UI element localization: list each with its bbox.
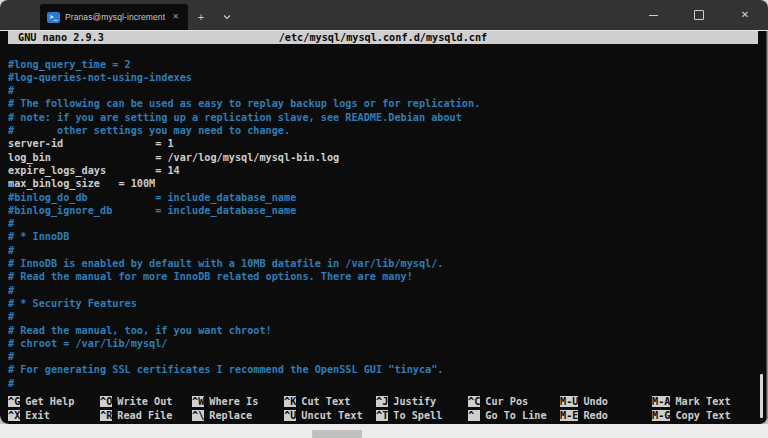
editor-line: #: [8, 350, 760, 363]
shortcut-key: M-U: [560, 396, 578, 407]
shortcut-label: Redo: [583, 410, 608, 421]
shortcut-key: ^J: [376, 396, 388, 407]
editor-line: max_binlog_size = 100M: [8, 177, 760, 190]
editor-line: #: [8, 244, 760, 257]
minimize-icon: [649, 15, 658, 16]
shortcut-item: ^RRead File: [100, 409, 192, 422]
shortcut-item: ^XExit: [8, 409, 100, 422]
nano-shortcut-bar: ^GGet Help^OWrite Out^WWhere Is^KCut Tex…: [8, 395, 760, 422]
shortcut-item: ^KCut Text: [284, 395, 376, 408]
shortcut-key: ^K: [284, 396, 296, 407]
tab-dropdown-button[interactable]: [214, 4, 240, 30]
tab-close-icon[interactable]: ✕: [170, 11, 181, 23]
shortcut-key: ^U: [284, 410, 296, 421]
tab-title: Pranas@mysql-incremental-1: /: [65, 12, 165, 22]
close-button[interactable]: ✕: [722, 0, 768, 30]
shortcut-label: Undo: [583, 396, 608, 407]
chevron-down-icon: [222, 12, 232, 22]
terminal-window: >_ Pranas@mysql-incremental-1: / ✕ + ✕ G…: [0, 0, 768, 424]
shortcut-label: Cur Pos: [485, 396, 528, 407]
shortcut-key: ^_: [468, 410, 480, 421]
shortcut-item: ^OWrite Out: [100, 395, 192, 408]
scrollbar-thumb[interactable]: [760, 374, 763, 418]
shortcut-key: M-A: [652, 396, 670, 407]
shortcut-key: ^O: [100, 396, 112, 407]
shortcut-label: Where Is: [209, 396, 258, 407]
editor-lines[interactable]: #long_query_time = 2#log-queries-not-usi…: [0, 44, 768, 390]
shortcut-item: M-UUndo: [560, 395, 652, 408]
editor-line: #log-queries-not-using-indexes: [8, 71, 760, 84]
terminal-pane[interactable]: GNU nano 2.9.3 /etc/mysql/mysql.conf.d/m…: [0, 31, 768, 424]
editor-line: #binlog_do_db = include_database_name: [8, 191, 760, 204]
window-controls: ✕: [630, 0, 768, 30]
shortcut-item: ^JJustify: [376, 395, 468, 408]
editor-line: log_bin = /var/log/mysql/mysql-bin.log: [8, 151, 760, 164]
shortcut-key: ^T: [376, 410, 388, 421]
editor-line: server-id = 1: [8, 137, 760, 150]
taskbar-edge: [312, 430, 362, 438]
editor-line: #: [8, 217, 760, 230]
editor-line: # * Security Features: [8, 297, 760, 310]
nano-titlebar: GNU nano 2.9.3 /etc/mysql/mysql.conf.d/m…: [8, 31, 758, 44]
shortcut-item: ^_Go To Line: [468, 409, 560, 422]
shortcut-key: ^W: [192, 396, 204, 407]
titlebar: >_ Pranas@mysql-incremental-1: / ✕ + ✕: [0, 0, 768, 30]
shortcut-item: ^TTo Spell: [376, 409, 468, 422]
editor-line: #: [8, 84, 760, 97]
editor-line: #: [8, 284, 760, 297]
editor-line: # chroot = /var/lib/mysql/: [8, 337, 760, 350]
shortcut-item: ^WWhere Is: [192, 395, 284, 408]
shortcut-key: ^G: [8, 396, 20, 407]
new-tab-button[interactable]: +: [188, 4, 214, 30]
nano-file-path: /etc/mysql/mysql.conf.d/mysqld.cnf: [8, 31, 758, 44]
shortcut-label: Get Help: [25, 396, 74, 407]
minimize-button[interactable]: [630, 0, 676, 30]
editor-line: # note: if you are setting up a replicat…: [8, 111, 760, 124]
shortcut-label: Uncut Text: [301, 410, 362, 421]
shortcut-key: M-E: [560, 410, 578, 421]
shortcut-label: To Spell: [393, 410, 442, 421]
editor-line: #: [8, 310, 760, 323]
editor-line: # The following can be used as easy to r…: [8, 97, 760, 110]
shortcut-item: M-ERedo: [560, 409, 652, 422]
shortcut-key: ^C: [468, 396, 480, 407]
shortcut-key: M-G: [652, 410, 670, 421]
shortcut-item: M-AMark Text: [652, 395, 744, 408]
shortcut-item: ^UUncut Text: [284, 409, 376, 422]
editor-line: expire_logs_days = 14: [8, 164, 760, 177]
shortcut-key: ^X: [8, 410, 20, 421]
shortcut-label: Copy Text: [675, 410, 730, 421]
editor-line: #long_query_time = 2: [8, 58, 760, 71]
maximize-button[interactable]: [676, 0, 722, 30]
shortcut-item: M-GCopy Text: [652, 409, 744, 422]
editor-line: # InnoDB is enabled by default with a 10…: [8, 257, 760, 270]
editor-line: # other settings you may need to change.: [8, 124, 760, 137]
shortcut-item: ^\Replace: [192, 409, 284, 422]
shortcut-item: ^CCur Pos: [468, 395, 560, 408]
editor-line: # For generating SSL certificates I reco…: [8, 363, 760, 376]
desktop-background: [0, 424, 768, 438]
shortcut-item: ^GGet Help: [8, 395, 100, 408]
shortcut-label: Replace: [209, 410, 252, 421]
shortcut-label: Go To Line: [485, 410, 546, 421]
shortcut-label: Write Out: [117, 396, 172, 407]
terminal-tab[interactable]: >_ Pranas@mysql-incremental-1: / ✕: [40, 4, 188, 30]
powershell-icon: >_: [47, 12, 60, 23]
editor-line: # * InnoDB: [8, 230, 760, 243]
shortcut-label: Exit: [25, 410, 50, 421]
editor-line: # Read the manual for more InnoDB relate…: [8, 270, 760, 283]
shortcut-label: Read File: [117, 410, 172, 421]
shortcut-key: ^R: [100, 410, 112, 421]
maximize-icon: [694, 10, 704, 20]
shortcut-label: Cut Text: [301, 396, 350, 407]
editor-line: #binlog_ignore_db = include_database_nam…: [8, 204, 760, 217]
shortcut-key: ^\: [192, 410, 204, 421]
shortcut-label: Mark Text: [675, 396, 730, 407]
editor-line: #: [8, 377, 760, 390]
shortcut-label: Justify: [393, 396, 436, 407]
editor-line: # Read the manual, too, if you want chro…: [8, 324, 760, 337]
